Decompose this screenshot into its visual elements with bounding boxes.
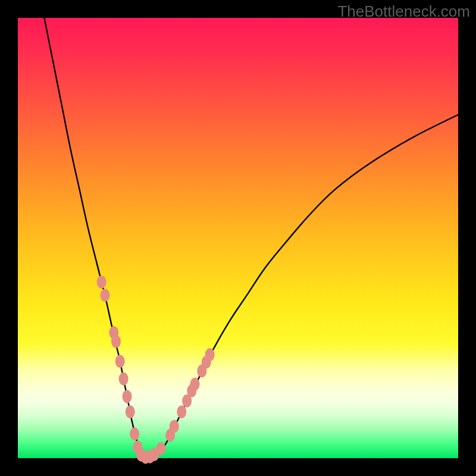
marker-dot [111, 335, 121, 348]
marker-dot [156, 442, 166, 455]
curve-markers [97, 275, 215, 464]
bottleneck-curve [44, 18, 458, 459]
marker-dot [119, 372, 129, 386]
marker-dot [123, 390, 132, 403]
marker-dot [130, 427, 139, 440]
marker-dot [170, 420, 179, 433]
plot-area [18, 18, 458, 458]
marker-dot [115, 355, 125, 368]
marker-dot [97, 275, 107, 289]
marker-dot [126, 405, 135, 418]
marker-dot [101, 289, 110, 302]
marker-dot [205, 348, 215, 361]
chart-frame: TheBottleneck.com [0, 0, 476, 476]
marker-dot [177, 405, 186, 418]
marker-dot [190, 378, 199, 391]
chart-svg [18, 18, 458, 458]
watermark-text: TheBottleneck.com [337, 2, 470, 21]
